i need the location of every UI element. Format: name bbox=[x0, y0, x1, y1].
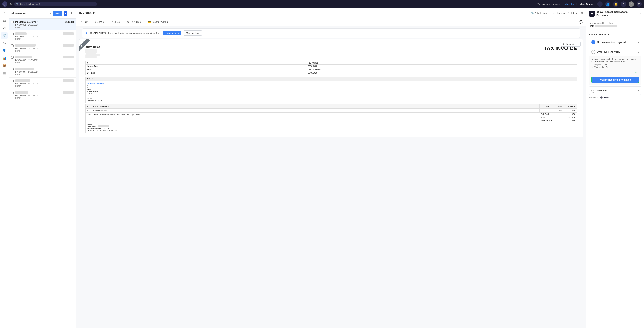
invoice-customer-name bbox=[15, 80, 61, 82]
edit-button[interactable]: ✏ Edit bbox=[79, 20, 90, 24]
invoice-item-checkbox[interactable] bbox=[11, 92, 14, 94]
send-button[interactable]: ✉ Send ▾ bbox=[93, 20, 106, 24]
terms-label: Terms bbox=[86, 68, 306, 71]
invoice-amount bbox=[62, 44, 74, 47]
invoice-item[interactable]: INV-000010 • 17/01/2025 DRAFT bbox=[9, 30, 76, 42]
due-date-value: : 29/01/2025 bbox=[306, 71, 577, 75]
invoice-item-checkbox[interactable] bbox=[11, 44, 14, 47]
more-actions-button[interactable]: ⋮ bbox=[173, 20, 179, 24]
top-navigation: ↻ 🔍 Search in Invoices ( / ) Your accoun… bbox=[0, 0, 644, 8]
pdf-icon: 🖨 bbox=[127, 21, 129, 23]
apps-icon[interactable]: ⊞ bbox=[636, 2, 642, 7]
settings-icon[interactable]: ⚙ bbox=[621, 2, 626, 7]
invoice-item[interactable]: INV-000006 • 09/01/2025 DRAFT bbox=[9, 78, 76, 89]
sidebar-item-purchases[interactable]: 🛍 bbox=[1, 25, 8, 32]
close-panel-button[interactable]: ✕ bbox=[581, 11, 583, 15]
pdf-print-button[interactable]: 🖨 PDF/Print ▾ bbox=[125, 20, 143, 24]
total-words: United States Dollar One Hundred Fifteen… bbox=[86, 113, 539, 117]
refresh-icon[interactable]: ↻ bbox=[10, 2, 12, 6]
col-header-num: # bbox=[86, 104, 91, 108]
invoice-amount bbox=[62, 91, 74, 94]
chat-bubble-button[interactable]: 💬 bbox=[580, 20, 583, 24]
record-payment-button[interactable]: 💳 Record Payment bbox=[146, 20, 170, 24]
line-items-table: # Item & Description Qty Rate Amount 1 S… bbox=[85, 104, 577, 113]
payment-icon: 💳 bbox=[148, 21, 151, 23]
invoice-item-checkbox[interactable] bbox=[11, 56, 14, 59]
comments-history-button[interactable]: 💬 Comments & History bbox=[550, 11, 579, 16]
send-invoice-button[interactable]: Send Invoice bbox=[163, 31, 181, 36]
xflow-close-button[interactable]: ✕ bbox=[639, 12, 642, 15]
edit-icon: ✏ bbox=[81, 21, 83, 23]
notifications-icon[interactable]: 🔔 bbox=[613, 2, 618, 7]
org-chevron-icon: ▾ bbox=[594, 3, 595, 6]
org-selector[interactable]: Xflow Demo ▾ bbox=[580, 3, 595, 6]
more-options-button[interactable]: ⋮ bbox=[69, 11, 74, 16]
step-1-header[interactable]: ✓ Mr. demo custom... synced ▾ bbox=[589, 38, 641, 46]
bill-to-label: Bill To bbox=[85, 76, 577, 81]
customize-chevron-icon: ▾ bbox=[577, 43, 578, 46]
line-item-num: 1 bbox=[86, 108, 91, 113]
invoice-number: INV-000011 bbox=[15, 24, 26, 26]
sidebar-item-reports[interactable]: 📊 bbox=[1, 54, 8, 61]
new-button-arrow[interactable]: ▾ bbox=[64, 11, 68, 16]
invoice-date: 17/01/2025 bbox=[28, 36, 38, 38]
mark-as-sent-button[interactable]: Mark as Sent bbox=[183, 30, 202, 36]
sidebar-item-products[interactable]: 📦 bbox=[1, 62, 8, 69]
sidebar-collapse-button[interactable]: ‹ bbox=[1, 320, 8, 326]
subscribe-link[interactable]: Subscribe bbox=[564, 3, 574, 6]
arrow-indicator: ↓ bbox=[591, 69, 637, 74]
invoice-item[interactable]: Mr. demo customer INV-000011 • 29/01/202… bbox=[9, 19, 76, 30]
invoice-item-info: INV-000002 • 06/01/2025 DRAFT bbox=[15, 91, 61, 99]
attach-files-button[interactable]: 📎 Attach Files bbox=[529, 11, 549, 16]
sidebar-item-contacts[interactable]: 👤 bbox=[1, 47, 8, 54]
invoice-meta: INV-000002 • 06/01/2025 bbox=[15, 94, 61, 96]
invoice-customer-name bbox=[15, 56, 61, 59]
invoice-toolbar: ✏ Edit ✉ Send ▾ ⬆ Share 🖨 PDF/Print ▾ bbox=[76, 18, 586, 26]
invoice-item[interactable]: INV-000009 • 15/01/2025 DRAFT bbox=[9, 42, 76, 54]
search-bar[interactable]: 🔍 Search in Invoices ( / ) bbox=[14, 2, 96, 6]
invoice-preview-container: Draft ⚙ Customize ▾ Xflow Demo bbox=[79, 39, 583, 138]
invoice-list-panel: All Invoices ▾ New▾ ⋮ Mr. demo customer … bbox=[9, 8, 76, 328]
main-layout: ⌂ ▤ 🛍 🛒 ◷ 👤 📊 📦 ◫ ‹ All Invoices ▾ New▾ … bbox=[0, 8, 644, 328]
step-3-chevron-icon: ▾ bbox=[638, 89, 639, 92]
sidebar-item-integrations[interactable]: ◫ bbox=[1, 70, 8, 76]
xflow-panel-header: Xflow - Accept International Payments ✕ bbox=[586, 8, 644, 19]
invoice-item[interactable]: INV-000007 • 10/01/2025 DRAFT bbox=[9, 66, 76, 78]
invoice-item-checkbox[interactable] bbox=[11, 21, 14, 23]
invoice-meta: INV-000007 • 10/01/2025 bbox=[15, 71, 61, 73]
xflow-panel-title: Xflow - Accept International Payments bbox=[596, 10, 638, 17]
account-status: Your account is on ext... bbox=[537, 3, 561, 6]
invoice-date-value: : 29/01/2025 bbox=[306, 65, 577, 68]
provide-required-info-button[interactable]: Provide Required Information bbox=[591, 76, 639, 83]
invoice-item[interactable]: INV-000002 • 06/01/2025 DRAFT bbox=[9, 89, 76, 101]
step-3-header[interactable]: 3 Withdraw ▾ bbox=[589, 87, 641, 94]
sidebar-item-time[interactable]: ◷ bbox=[1, 40, 8, 46]
invoice-list-title[interactable]: All Invoices bbox=[11, 12, 49, 15]
invoice-item[interactable]: INV-000008 • 15/01/2025 DRAFT bbox=[9, 54, 76, 66]
step-2-content: To sync the invoice to Xflow, you need t… bbox=[589, 56, 641, 85]
chat-icon: 💬 bbox=[553, 12, 556, 14]
sidebar-item-dashboard[interactable]: ▤ bbox=[1, 17, 8, 24]
sidebar-item-invoices[interactable]: 🛒 bbox=[1, 32, 8, 39]
totals-section: United States Dollar One Hundred Fifteen… bbox=[85, 113, 577, 122]
invoice-item-checkbox[interactable] bbox=[11, 33, 14, 35]
avatar[interactable]: A bbox=[629, 2, 634, 7]
notes-label: Notes bbox=[87, 124, 575, 125]
invoice-item-info: INV-000009 • 15/01/2025 DRAFT bbox=[15, 44, 61, 52]
new-button[interactable]: New bbox=[53, 11, 62, 16]
share-button[interactable]: ⬆ Share bbox=[109, 20, 122, 24]
invoice-item-info: Mr. demo customer INV-000011 • 29/01/202… bbox=[15, 20, 64, 28]
invoice-document: Xflow Demo TAX INVOICE # : INV-000011 bbox=[80, 40, 583, 137]
whats-next-icon: ✦ bbox=[85, 32, 88, 35]
invoice-item-checkbox[interactable] bbox=[11, 80, 14, 82]
bill-to-address: Mr. demo customer 1 2 TEst 12345 Alabama… bbox=[85, 81, 577, 96]
col-header-amount: Amount bbox=[564, 104, 577, 108]
sidebar-item-home[interactable]: ⌂ bbox=[1, 10, 8, 16]
users-icon[interactable]: 👥 bbox=[605, 2, 610, 7]
add-button[interactable]: + bbox=[597, 2, 602, 7]
customize-button[interactable]: ⚙ Customize ▾ bbox=[560, 42, 581, 46]
app-logo bbox=[2, 2, 8, 7]
invoice-item-checkbox[interactable] bbox=[11, 68, 14, 70]
sidebar-navigation: ⌂ ▤ 🛍 🛒 ◷ 👤 📊 📦 ◫ ‹ bbox=[0, 8, 9, 328]
step-2-header[interactable]: 2 Sync Invoice to Xflow ▴ bbox=[589, 48, 641, 56]
